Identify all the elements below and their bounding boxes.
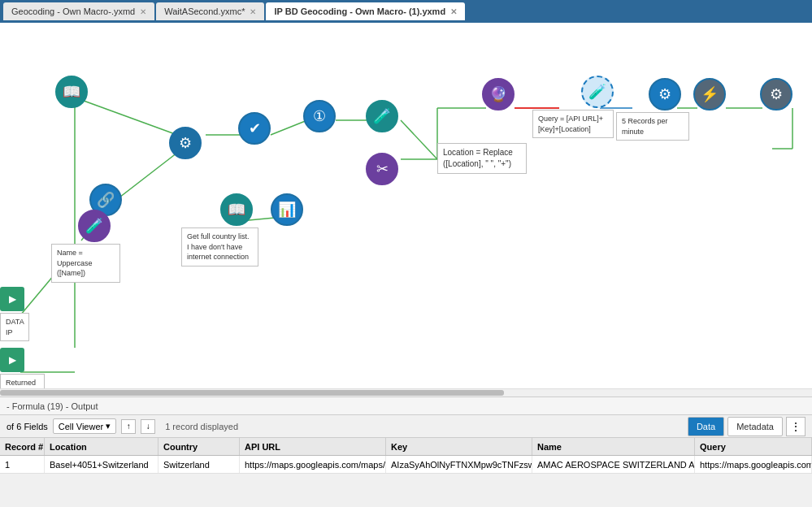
node-table[interactable]: 📊 xyxy=(271,193,303,226)
bottom-toolbar: of 6 Fields Cell Viewer ▾ ↑ ↓ 1 record d… xyxy=(0,414,812,437)
node-icon-check[interactable]: ✔ xyxy=(238,112,271,145)
node-number[interactable]: ① xyxy=(303,100,336,132)
node-icon-formula[interactable]: ✂ xyxy=(366,153,398,185)
node-data-ip[interactable]: ▶ xyxy=(0,287,24,311)
col-header-location: Location xyxy=(45,438,158,455)
tab-close-2[interactable]: ✕ xyxy=(450,7,457,16)
view-mode-dropdown[interactable]: Cell Viewer ▾ xyxy=(53,418,116,434)
node-country-book[interactable]: 📖 Get full country list. I have don't ha… xyxy=(198,193,275,265)
node-icon-lightning[interactable]: ⚡ xyxy=(693,78,726,110)
svg-line-2 xyxy=(271,120,307,135)
col-header-country: Country xyxy=(158,438,240,455)
record-info: 1 record displayed xyxy=(165,422,238,431)
node-flask-left[interactable]: 🧪 Name = Uppercase ([Name]) xyxy=(59,210,128,281)
dropdown-arrow-icon: ▾ xyxy=(106,421,111,431)
node-icon-number[interactable]: ① xyxy=(303,100,336,132)
col-header-apiurl: API URL xyxy=(240,438,386,455)
field-count-label: of 6 Fields xyxy=(7,422,48,431)
svg-line-0 xyxy=(75,98,177,135)
sort-down-btn[interactable]: ↓ xyxy=(141,419,155,434)
cell-apiurl: https://maps.googleapis.com/maps/api/geo… xyxy=(240,456,386,473)
tab-wait[interactable]: WaitASecond.yxmc* ✕ xyxy=(156,2,264,20)
canvas-scrollbar[interactable] xyxy=(0,388,812,396)
node-icon-selected[interactable]: 🧪 xyxy=(581,76,614,108)
tab-ip-geocoding[interactable]: IP BD Geocoding - Own Macro- (1).yxmd ✕ xyxy=(266,2,465,20)
node-check[interactable]: ✔ xyxy=(238,112,271,145)
node-icon-country-book[interactable]: 📖 xyxy=(220,193,253,226)
node-icon-book-top[interactable]: 📖 xyxy=(55,76,88,108)
data-meta-buttons: Data Metadata ⋮ xyxy=(688,417,805,436)
col-header-record: Record # xyxy=(0,438,45,455)
node-icon-rate-limiter[interactable]: ⚙ xyxy=(649,78,681,110)
data-button[interactable]: Data xyxy=(688,417,724,436)
col-header-key: Key xyxy=(386,438,532,455)
formula-annotation: Location = Replace ([Location], " ", "+"… xyxy=(437,143,527,174)
cell-query: https://maps.googleapis.com/maps/ap xyxy=(695,456,812,473)
node-formula[interactable]: ✂ xyxy=(366,153,398,185)
cell-country: Switzerland xyxy=(158,456,240,473)
country-annotation: Get full country list. I have don't have… xyxy=(181,228,258,266)
cell-key: AIzaSyAhOlNyFTNXMpw9cTNFzswxv2U6BJhoL... xyxy=(386,456,532,473)
data-ip-label: DATA IP xyxy=(0,313,29,341)
tab-close-1[interactable]: ✕ xyxy=(250,7,256,16)
tab-close-0[interactable]: ✕ xyxy=(140,7,146,16)
col-header-query: Query xyxy=(695,438,812,455)
node-returned[interactable]: ▶ xyxy=(0,348,24,372)
metadata-button[interactable]: Metadata xyxy=(727,417,783,436)
node-icon-table[interactable]: 📊 xyxy=(271,193,303,226)
node-icon-settings-1[interactable]: ⚙ xyxy=(169,127,202,159)
cell-record: 1 xyxy=(0,456,45,473)
status-bar: - Formula (19) - Output xyxy=(0,396,812,414)
col-header-name: Name xyxy=(532,438,695,455)
workflow-canvas[interactable]: 📖 ⚙ ✔ ① 🧪 ✂ Location = Replace ([Locatio… xyxy=(0,23,812,396)
svg-line-4 xyxy=(401,120,437,159)
cell-location: Basel+4051+Switzerland xyxy=(45,456,158,473)
data-grid: Record # Location Country API URL Key Na… xyxy=(0,437,812,474)
data-ip-container: ▶ DATA IP xyxy=(0,287,24,311)
tab-geocoding[interactable]: Geocoding - Own Macro-.yxmd ✕ xyxy=(3,2,154,20)
rate-limiter-annotation: 5 Records per minute xyxy=(616,112,689,141)
node-settings-1[interactable]: ⚙ xyxy=(169,127,202,159)
node-icon-final-gear[interactable]: ⚙ xyxy=(760,78,792,110)
node-icon-geocode[interactable]: 🔮 xyxy=(482,78,515,110)
table-row: 1 Basel+4051+Switzerland Switzerland htt… xyxy=(0,456,812,474)
node-query-annotation: Query = [API URL]+[Key]+[Location] xyxy=(532,110,614,138)
node-final-gear[interactable]: ⚙ xyxy=(760,78,792,110)
status-text: - Formula (19) - Output xyxy=(7,401,98,411)
node-flask-upper[interactable]: 🧪 xyxy=(366,100,398,132)
grid-header: Record # Location Country API URL Key Na… xyxy=(0,438,812,456)
tab-bar: Geocoding - Own Macro-.yxmd ✕ WaitASecon… xyxy=(0,0,812,23)
node-geocode[interactable]: 🔮 xyxy=(482,78,515,110)
node-icon-flask-upper[interactable]: 🧪 xyxy=(366,100,398,132)
sort-up-btn[interactable]: ↑ xyxy=(121,419,136,434)
cell-name: AMAC AEROSPACE SWITZERLAND AG xyxy=(532,456,695,473)
node-book-top[interactable]: 📖 xyxy=(55,76,88,108)
canvas-scroll-thumb[interactable] xyxy=(0,390,504,396)
options-button[interactable]: ⋮ xyxy=(786,417,805,436)
returned-container: ▶ Returned companies A- xyxy=(0,348,24,372)
name-formula-annotation: Name = Uppercase ([Name]) xyxy=(51,244,120,283)
node-rate-limiter[interactable]: ⚙ 5 Records per minute xyxy=(628,78,701,139)
node-lightning[interactable]: ⚡ xyxy=(693,78,726,110)
node-icon-flask-left[interactable]: 🧪 xyxy=(78,210,111,242)
